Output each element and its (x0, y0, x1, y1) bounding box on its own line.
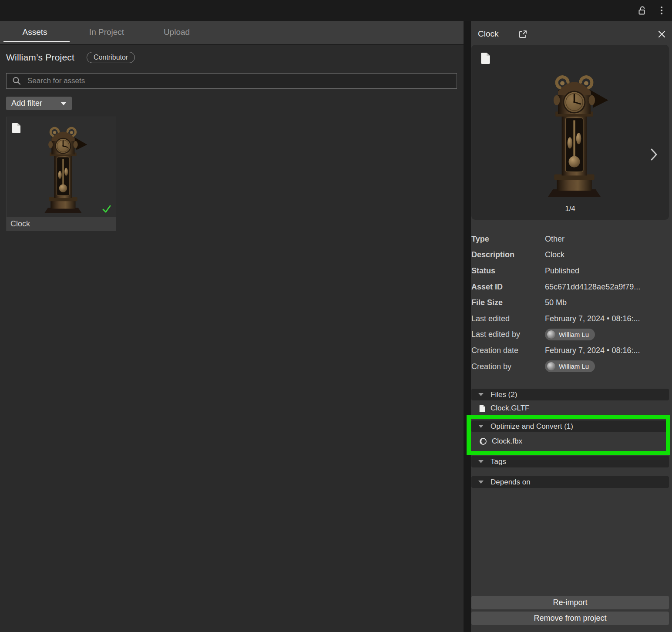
inspector-title: Clock (478, 29, 499, 39)
open-external-icon[interactable] (518, 29, 528, 39)
asset-card-footer: Clock (7, 217, 116, 231)
unlock-icon[interactable] (635, 4, 648, 17)
section-files[interactable]: Files (2) (471, 389, 669, 400)
tab-bar: Assets In Project Upload (0, 21, 464, 45)
section-title: Tags (491, 457, 506, 466)
section-tags[interactable]: Tags (471, 456, 669, 467)
window-titlebar (0, 0, 672, 21)
detail-value: February 7, 2024 • 08:16:... (545, 346, 640, 355)
asset-thumbnail (7, 117, 116, 217)
close-icon[interactable] (658, 26, 666, 42)
user-name: William Lu (559, 363, 589, 370)
next-preview-icon[interactable] (649, 148, 659, 163)
file-name: Clock.fbx (492, 437, 522, 446)
section-title: Files (2) (491, 390, 517, 399)
tab-assets[interactable]: Assets (0, 21, 70, 43)
detail-row-creation-date: Creation date February 7, 2024 • 08:16:.… (471, 343, 668, 359)
tab-upload[interactable]: Upload (151, 21, 203, 43)
detail-label: Type (471, 235, 545, 244)
kebab-menu-icon[interactable] (655, 4, 668, 17)
tab-in-project-label: In Project (89, 27, 124, 37)
detail-label: Last edited by (471, 330, 545, 339)
detail-row-creation-by: Creation by William Lu (471, 359, 668, 375)
preview-page-indicator: 1/4 (471, 205, 669, 213)
reimport-button[interactable]: Re-import (471, 596, 669, 609)
tab-in-project[interactable]: In Project (72, 21, 141, 43)
detail-row-file-size: File Size 50 Mb (471, 295, 668, 311)
detail-value: Clock (545, 250, 564, 259)
detail-label: Creation by (471, 362, 545, 371)
section-optimize-and-convert[interactable]: Optimize and Convert (1) (471, 420, 669, 432)
sphere-icon (479, 437, 487, 445)
detail-value: February 7, 2024 • 08:16:... (545, 314, 640, 323)
search-icon (12, 76, 21, 86)
asset-card-clock[interactable]: Clock (6, 117, 116, 231)
project-header: William’s Project Contributor (6, 50, 135, 64)
section-title: Depends on (491, 478, 531, 487)
detail-value: Published (545, 266, 579, 276)
detail-value: 50 Mb (545, 298, 567, 307)
asset-search-bar (6, 73, 457, 89)
file-row-clock-fbx[interactable]: Clock.fbx (471, 436, 669, 447)
section-title: Optimize and Convert (1) (491, 422, 573, 431)
file-icon (479, 404, 486, 413)
imported-check-icon (102, 205, 111, 213)
detail-row-type: Type Other (471, 231, 668, 247)
clock-asset-image (34, 122, 91, 216)
inspector-header: Clock (471, 26, 672, 42)
project-name: William’s Project (6, 52, 74, 63)
detail-value: Other (545, 235, 564, 244)
add-filter-button[interactable]: Add filter (6, 97, 72, 110)
search-input[interactable] (27, 76, 457, 86)
disclosure-triangle-icon (478, 425, 484, 428)
user-chip: William Lu (545, 360, 595, 372)
file-name: Clock.GLTF (491, 404, 529, 413)
detail-row-last-edited: Last edited February 7, 2024 • 08:16:... (471, 311, 668, 327)
file-type-icon (480, 52, 491, 64)
detail-label: Last edited (471, 314, 545, 323)
detail-row-asset-id: Asset ID 65c671dd4128ae52a9f79... (471, 279, 668, 295)
detail-label: Asset ID (471, 282, 545, 292)
asset-details: Type Other Description Clock Status Publ… (471, 231, 668, 374)
detail-label: Description (471, 250, 545, 259)
avatar (547, 330, 555, 339)
detail-value: 65c671dd4128ae52a9f79... (545, 282, 640, 292)
detail-label: Status (471, 266, 545, 276)
disclosure-triangle-icon (478, 481, 484, 484)
avatar (547, 362, 555, 370)
chevron-down-icon (60, 102, 67, 105)
active-tab-underline (3, 41, 70, 42)
disclosure-triangle-icon (478, 393, 484, 396)
file-row-clock-gltf[interactable]: Clock.GLTF (471, 403, 669, 414)
add-filter-label: Add filter (11, 99, 42, 108)
detail-row-status: Status Published (471, 263, 668, 279)
asset-name: Clock (10, 219, 30, 229)
detail-label: File Size (471, 298, 545, 307)
remove-from-project-button[interactable]: Remove from project (471, 612, 669, 625)
asset-preview: 1/4 (471, 45, 669, 220)
clock-preview-image (533, 70, 616, 201)
asset-inspector-panel: Clock 1/4 Type Other (471, 21, 672, 632)
assets-browser-panel: Assets In Project Upload William’s Proje… (0, 21, 464, 632)
tab-assets-label: Assets (22, 27, 47, 37)
disclosure-triangle-icon (478, 460, 484, 463)
user-name: William Lu (559, 331, 589, 338)
section-depends-on[interactable]: Depends on (471, 476, 669, 488)
user-chip: William Lu (545, 329, 595, 340)
detail-label: Creation date (471, 346, 545, 355)
role-badge: Contributor (87, 52, 135, 63)
tab-upload-label: Upload (164, 27, 190, 37)
detail-row-last-edited-by: Last edited by William Lu (471, 327, 668, 343)
detail-row-description: Description Clock (471, 247, 668, 263)
file-type-icon (12, 122, 21, 134)
